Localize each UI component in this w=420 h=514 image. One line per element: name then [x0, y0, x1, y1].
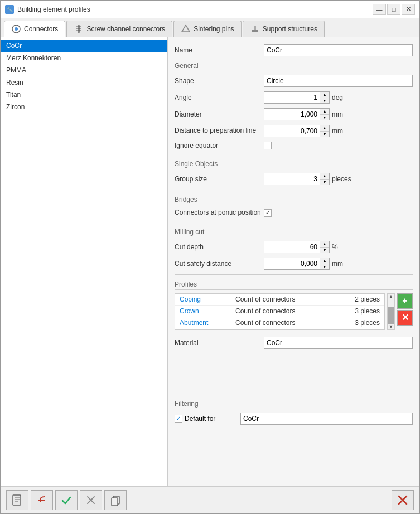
profiles-scrollbar[interactable]: ▲ ▼ [387, 293, 395, 330]
cut-depth-input[interactable] [264, 241, 320, 253]
ok-icon [60, 494, 73, 506]
tab-sintering[interactable]: Sintering pins [173, 21, 242, 37]
angle-input[interactable] [264, 91, 320, 104]
dist-prep-label: Distance to preparation line [175, 127, 264, 135]
svg-rect-8 [254, 26, 256, 30]
connectors-pontic-checkbox[interactable]: ✓ [264, 209, 272, 217]
filtering-label: Filtering [175, 400, 413, 409]
window-controls: — □ ✕ [373, 4, 415, 15]
dist-prep-input[interactable] [264, 125, 320, 137]
profiles-actions: + ✕ [397, 293, 413, 330]
cut-safety-down-button[interactable]: ▼ [320, 264, 329, 269]
sidebar-item-titan[interactable]: Titan [1, 89, 167, 101]
cut-safety-up-button[interactable]: ▲ [320, 258, 329, 264]
add-profile-button[interactable]: + [397, 293, 413, 309]
page-icon [11, 494, 23, 506]
cut-depth-down-button[interactable]: ▼ [320, 247, 329, 253]
connectors-icon [11, 24, 21, 34]
diameter-input[interactable] [264, 108, 320, 120]
sidebar-item-zircon[interactable]: Zircon [1, 101, 167, 113]
diameter-label: Diameter [175, 110, 264, 118]
copy-button[interactable] [104, 490, 127, 510]
remove-profile-button[interactable]: ✕ [397, 310, 413, 326]
close-button[interactable]: ✕ [402, 4, 415, 15]
cut-depth-row: Cut depth ▲ ▼ % [175, 241, 413, 253]
diameter-down-button[interactable]: ▼ [320, 114, 329, 120]
default-for-input[interactable] [240, 413, 413, 425]
connectors-pontic-label: Connectors at pontic position [175, 208, 264, 217]
profile-row-abutment: Abutment Count of connectors 3 pieces [175, 317, 384, 328]
cancel-button[interactable] [80, 490, 102, 510]
shape-row: Shape Circle Square Rectangle [175, 75, 413, 87]
back-icon [36, 494, 48, 506]
tab-connectors[interactable]: Connectors [4, 21, 65, 37]
sidebar-item-merz[interactable]: Merz Konnektoren [1, 52, 167, 64]
minimize-button[interactable]: — [373, 4, 386, 15]
scrollbar-up[interactable]: ▲ [389, 294, 394, 299]
sidebar-item-resin[interactable]: Resin [1, 76, 167, 89]
dist-prep-up-button[interactable]: ▲ [320, 125, 329, 131]
group-size-input[interactable] [264, 173, 320, 185]
bottom-buttons-left [6, 490, 127, 510]
connectors-pontic-row: Connectors at pontic position ✓ [175, 208, 413, 217]
ignore-equator-checkbox[interactable] [264, 142, 272, 149]
ignore-equator-row: Ignore equator [175, 142, 413, 149]
svg-rect-2 [78, 25, 80, 33]
shape-dropdown-wrapper: Circle Square Rectangle [264, 75, 413, 87]
cut-safety-input[interactable] [264, 258, 320, 270]
tab-support[interactable]: Support structures [243, 21, 325, 37]
svg-point-1 [15, 27, 18, 31]
main-content: CoCr Merz Konnektoren PMMA Resin Titan Z… [1, 37, 419, 486]
sidebar: CoCr Merz Konnektoren PMMA Resin Titan Z… [1, 37, 168, 486]
profile-count-abutment: 3 pieces [355, 319, 380, 327]
scrollbar-down[interactable]: ▼ [389, 324, 394, 329]
copy-icon [109, 494, 122, 506]
close-red-button[interactable] [392, 490, 414, 510]
group-size-up-button[interactable]: ▲ [320, 173, 329, 179]
profiles-list: Coping Count of connectors 2 pieces Crow… [175, 293, 385, 330]
cut-depth-up-button[interactable]: ▲ [320, 241, 329, 247]
ok-button[interactable] [55, 490, 78, 510]
group-size-down-button[interactable]: ▼ [320, 179, 329, 185]
page-button[interactable] [6, 490, 28, 510]
diameter-up-button[interactable]: ▲ [320, 109, 329, 114]
profile-info-abutment: Count of connectors [235, 319, 355, 327]
bridges-label: Bridges [175, 196, 413, 205]
angle-up-button[interactable]: ▲ [320, 92, 329, 98]
angle-down-button[interactable]: ▼ [320, 98, 329, 103]
material-dropdown[interactable]: CoCr PMMA Resin Titan Zircon [264, 337, 413, 349]
cut-safety-input-wrapper: ▲ ▼ mm [264, 258, 349, 270]
profile-info-coping: Count of connectors [235, 295, 355, 303]
cut-safety-unit: mm [332, 260, 349, 268]
profiles-area: Coping Count of connectors 2 pieces Crow… [175, 293, 413, 330]
shape-dropdown[interactable]: Circle Square Rectangle [264, 75, 413, 87]
back-button[interactable] [31, 490, 53, 510]
filtering-section: Filtering ✓ Default for [175, 400, 413, 425]
name-input[interactable] [264, 44, 413, 56]
profile-name-abutment[interactable]: Abutment [180, 319, 235, 327]
profile-name-crown[interactable]: Crown [180, 307, 235, 315]
close-red-icon [397, 494, 409, 506]
angle-spinner: ▲ ▼ [320, 91, 330, 104]
profile-row-coping: Coping Count of connectors 2 pieces [175, 294, 384, 306]
diameter-input-wrapper: ▲ ▼ mm [264, 108, 349, 120]
profile-name-coping[interactable]: Coping [180, 295, 235, 303]
angle-row: Angle ▲ ▼ deg [175, 91, 413, 104]
default-for-checkbox-wrapper: ✓ Default for [175, 415, 236, 423]
bottom-bar [1, 486, 419, 513]
diameter-row: Diameter ▲ ▼ mm [175, 108, 413, 120]
scrollbar-thumb[interactable] [388, 307, 394, 324]
tab-screw[interactable]: Screw channel connectors [66, 21, 172, 37]
shape-label: Shape [175, 77, 264, 85]
app-icon: 🔧 [5, 5, 14, 14]
ignore-equator-label: Ignore equator [175, 142, 264, 149]
dist-prep-input-wrapper: ▲ ▼ mm [264, 125, 349, 137]
cut-depth-spinner: ▲ ▼ [320, 241, 330, 253]
maximize-button[interactable]: □ [387, 4, 400, 15]
diameter-spinner: ▲ ▼ [320, 108, 330, 120]
default-for-checkbox[interactable]: ✓ [175, 415, 182, 423]
sidebar-item-pmma[interactable]: PMMA [1, 64, 167, 76]
cut-safety-spinner: ▲ ▼ [320, 258, 330, 270]
dist-prep-down-button[interactable]: ▼ [320, 131, 329, 137]
sidebar-item-cocr[interactable]: CoCr [1, 40, 167, 52]
